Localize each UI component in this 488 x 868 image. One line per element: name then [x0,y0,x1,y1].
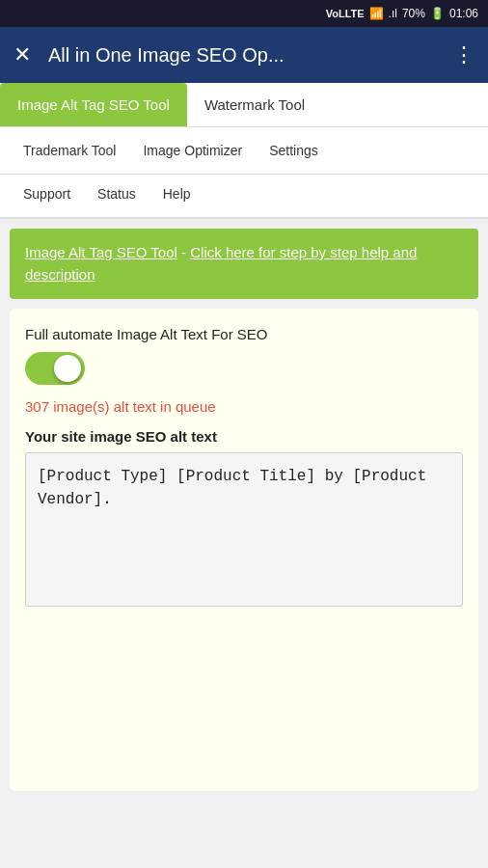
nav-row-3: Support Status Help [0,175,488,219]
tab-trademark[interactable]: Trademark Tool [10,133,129,168]
network-bars: .ıl [389,7,397,20]
signal-indicator: VoLLTE [326,8,365,19]
alt-text-value[interactable]: [Product Type] [Product Title] by [Produ… [25,452,463,607]
alt-text-label: Your site image SEO alt text [25,428,463,445]
nav-row-2: Trademark Tool Image Optimizer Settings [0,127,488,175]
close-button[interactable]: ✕ [14,42,31,68]
tab-help[interactable]: Help [149,178,204,209]
tab-settings[interactable]: Settings [256,133,332,168]
tab-watermark[interactable]: Watermark Tool [187,83,322,126]
battery-percent: 70% [402,7,425,20]
app-title: All in One Image SEO Op... [48,44,453,67]
auto-alt-text-toggle[interactable] [25,352,85,385]
banner-tool-name: Image Alt Tag SEO Tool [25,244,177,260]
toggle-label: Full automate Image Alt Text For SEO [25,326,463,342]
banner-text: Image Alt Tag SEO Tool - Click here for … [25,242,463,285]
queue-status: 307 image(s) alt text in queue [25,398,463,415]
banner-separator: - [181,244,190,260]
toggle-section: Full automate Image Alt Text For SEO [25,326,463,385]
wifi-icon: 📶 [369,7,384,20]
info-banner: Image Alt Tag SEO Tool - Click here for … [10,229,478,299]
tab-image-alt-tag[interactable]: Image Alt Tag SEO Tool [0,83,187,126]
time-display: 01:06 [449,7,478,20]
tab-support[interactable]: Support [10,178,84,209]
content-card: Full automate Image Alt Text For SEO 307… [10,309,478,791]
tab-image-optimizer[interactable]: Image Optimizer [129,133,256,168]
toggle-thumb [54,355,81,382]
app-header: ✕ All in One Image SEO Op... ⋮ [0,27,488,83]
battery-icon: 🔋 [430,7,445,20]
nav-row-1: Image Alt Tag SEO Tool Watermark Tool [0,83,488,127]
more-options-button[interactable]: ⋮ [453,42,474,68]
tab-status[interactable]: Status [84,178,149,209]
status-bar: VoLLTE 📶 .ıl 70% 🔋 01:06 [0,0,488,27]
